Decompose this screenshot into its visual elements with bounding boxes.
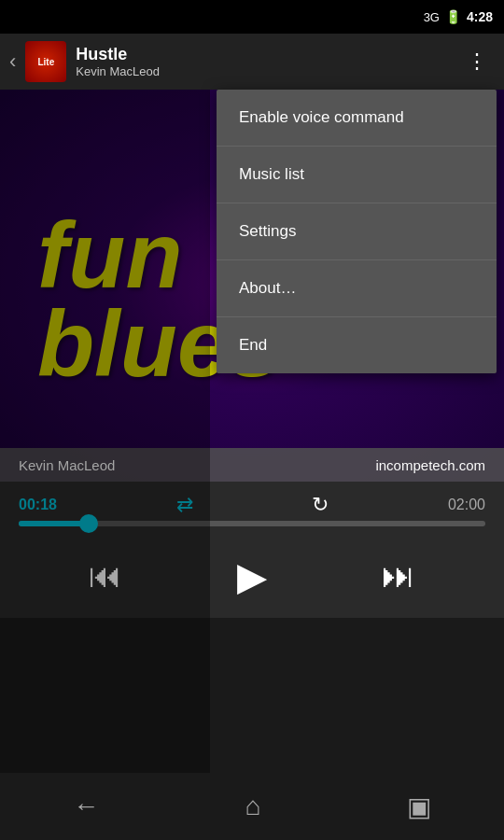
repeat-button[interactable]: ↻ — [312, 493, 329, 517]
total-time: 02:00 — [448, 497, 485, 513]
dropdown-menu: Enable voice command Music list Settings… — [217, 90, 497, 373]
nav-recent-button[interactable]: ▣ — [407, 791, 431, 822]
nav-bar: ← ⌂ ▣ — [0, 773, 504, 840]
app-title: Hustle — [76, 45, 450, 64]
back-button[interactable]: ‹ — [9, 49, 16, 74]
app-subtitle: Kevin MacLeod — [76, 64, 450, 78]
menu-button[interactable]: ⋮ — [459, 42, 495, 81]
menu-item-about[interactable]: About… — [217, 260, 497, 317]
menu-item-music-list[interactable]: Music list — [217, 147, 497, 203]
app-icon-label: Lite — [37, 57, 54, 67]
status-bar: 3G 🔋 4:28 — [0, 0, 504, 34]
menu-item-end[interactable]: End — [217, 317, 497, 373]
nav-back-button[interactable]: ← — [73, 791, 99, 821]
app-bar: ‹ Lite Hustle Kevin MacLeod ⋮ — [0, 34, 504, 90]
menu-item-enable-voice[interactable]: Enable voice command — [217, 90, 497, 147]
signal-icon: 3G — [424, 10, 440, 24]
battery-icon: 🔋 — [445, 9, 461, 24]
app-icon: Lite — [25, 41, 66, 82]
menu-item-settings[interactable]: Settings — [217, 203, 497, 260]
dim-overlay — [0, 90, 210, 773]
nav-home-button[interactable]: ⌂ — [245, 791, 261, 821]
play-button[interactable]: ▶ — [237, 553, 267, 599]
artist-website: incompetech.com — [375, 457, 485, 473]
app-titles: Hustle Kevin MacLeod — [76, 45, 450, 78]
time-display: 4:28 — [467, 9, 493, 24]
next-button[interactable]: ⏭ — [374, 549, 423, 603]
